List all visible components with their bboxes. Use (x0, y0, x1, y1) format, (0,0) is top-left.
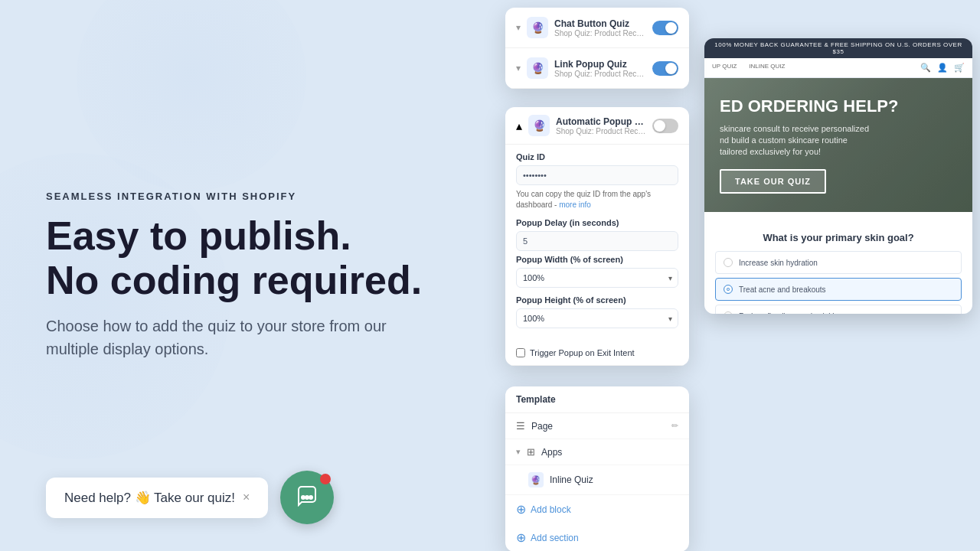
hero-title: ED ORDERING HELP? (720, 96, 898, 116)
page-label: Page (531, 421, 665, 432)
expanded-header: ▴ 🔮 Automatic Popup Quiz Shop Quiz: Prod… (505, 107, 689, 145)
add-block-icon: ⊕ (516, 502, 526, 517)
chat-bubble[interactable]: Need help? 👋 Take our quiz! × (46, 478, 268, 518)
notification-dot (320, 474, 331, 484)
quiz-icon-auto: 🔮 (528, 115, 550, 136)
add-section-icon: ⊕ (516, 530, 526, 545)
answer-option-0[interactable]: Increase skin hydration (715, 251, 962, 274)
quiz-sub-chat: Shop Quiz: Product Recom... (554, 29, 646, 37)
chevron-down-apps: ▾ (516, 447, 521, 457)
quiz-info-auto: Automatic Popup Quiz Shop Quiz: Product … (556, 116, 646, 135)
shopify-preview: 100% MONEY BACK GUARANTEE & FREE SHIPPIN… (704, 38, 972, 314)
trigger-row: Trigger Popup on Exit Intent (505, 344, 689, 366)
chat-icon (296, 484, 318, 512)
popup-delay-label: Popup Delay (in seconds) (516, 218, 678, 227)
template-header: Template (505, 386, 689, 413)
nav-item-inlinequiz[interactable]: INLINE QUIZ (749, 63, 785, 73)
hero-section: ED ORDERING HELP? skincare consult to re… (704, 78, 972, 212)
add-block-item[interactable]: ⊕ Add block (505, 495, 689, 523)
trigger-label: Trigger Popup on Exit Intent (530, 348, 635, 357)
popup-height-label: Popup Height (% of screen) (516, 295, 678, 305)
add-section-label: Add section (531, 533, 579, 543)
answer-option-2[interactable]: Reduce fine lines and wrinkles (715, 305, 962, 314)
quiz-id-section: Quiz ID You can copy the quiz ID from th… (505, 145, 689, 344)
inline-quiz-icon: 🔮 (528, 472, 544, 487)
apps-label: Apps (541, 447, 678, 458)
quiz-expanded-panel: ▴ 🔮 Automatic Popup Quiz Shop Quiz: Prod… (505, 107, 689, 366)
cart-nav-icon[interactable]: 🛒 (954, 63, 965, 73)
add-section-item[interactable]: ⊕ Add section (505, 523, 689, 551)
chevron-up-icon: ▴ (516, 119, 522, 133)
more-info-link[interactable]: more info (559, 201, 591, 209)
pencil-icon[interactable]: ✏ (671, 421, 678, 431)
popup-width-label: Popup Width (% of screen) (516, 255, 678, 264)
quiz-answers-section: What is your primary skin goal? Increase… (704, 212, 972, 314)
popup-delay-input[interactable] (516, 231, 678, 251)
answer-text-1: Treat acne and breakouts (739, 285, 826, 294)
answer-option-1[interactable]: Treat acne and breakouts (715, 278, 962, 301)
popup-height-select-wrapper: 100% 75% 50% (516, 308, 678, 328)
add-block-label: Add block (531, 504, 571, 515)
quiz-item-chat[interactable]: ▾ 🔮 Chat Button Quiz Shop Quiz: Product … (505, 8, 689, 48)
quiz-name-auto: Automatic Popup Quiz (556, 116, 646, 127)
quiz-id-label: Quiz ID (516, 152, 678, 161)
headline-line1: Easy to publish. (46, 214, 475, 258)
toggle-auto[interactable] (652, 119, 678, 133)
quiz-id-hint: You can copy the quiz ID from the app's … (516, 189, 678, 210)
quiz-info-link: Link Popup Quiz Shop Quiz: Product Recom… (554, 59, 646, 78)
radio-2 (724, 311, 733, 314)
popup-height-select[interactable]: 100% 75% 50% (516, 308, 678, 328)
template-page-item[interactable]: ☰ Page ✏ (505, 413, 689, 439)
quiz-icon-link: 🔮 (527, 57, 548, 79)
svg-point-2 (309, 495, 313, 500)
sub-text: Choose how to add the quiz to your store… (46, 315, 429, 360)
quiz-name-chat: Chat Button Quiz (554, 18, 646, 29)
answer-text-0: Increase skin hydration (739, 259, 818, 267)
quiz-icon-chat: 🔮 (527, 17, 548, 38)
user-nav-icon[interactable]: 👤 (937, 63, 948, 73)
popup-width-select[interactable]: 100% 75% 50% (516, 268, 678, 288)
chat-icon-bubble[interactable] (280, 471, 334, 524)
quiz-id-input[interactable] (516, 165, 678, 185)
main-headline: Easy to publish. No coding required. (46, 214, 475, 302)
page-icon: ☰ (516, 420, 525, 432)
quiz-sub-auto: Shop Quiz: Product Recom... (556, 127, 646, 135)
close-icon[interactable]: × (243, 491, 250, 504)
seamless-label: SEAMLESS INTEGRATION WITH SHOPIFY (46, 191, 475, 202)
quiz-top-panel: ▾ 🔮 Chat Button Quiz Shop Quiz: Product … (505, 8, 689, 89)
search-nav-icon[interactable]: 🔍 (920, 63, 931, 73)
hero-content: ED ORDERING HELP? skincare consult to re… (720, 96, 898, 194)
hero-sub: skincare consult to receive personalized… (720, 123, 898, 158)
toggle-link[interactable] (652, 61, 678, 76)
radio-1 (724, 285, 733, 294)
chat-popup: Need help? 👋 Take our quiz! × (46, 471, 334, 524)
apps-item[interactable]: ▾ ⊞ Apps (505, 439, 689, 465)
chat-bubble-text: Need help? 👋 Take our quiz! (64, 490, 235, 506)
template-section-panel: Template ☰ Page ✏ ▾ ⊞ Apps 🔮 Inline Quiz… (505, 386, 689, 551)
quiz-sub-link: Shop Quiz: Product Recom... (554, 70, 646, 78)
nav-icons: 🔍 👤 🛒 (920, 63, 965, 73)
quiz-info-chat: Chat Button Quiz Shop Quiz: Product Reco… (554, 18, 646, 37)
preview-nav: UP QUIZ INLINE QUIZ 🔍 👤 🛒 (704, 58, 972, 78)
trigger-checkbox[interactable] (516, 348, 525, 357)
preview-top-bar: 100% MONEY BACK GUARANTEE & FREE SHIPPIN… (704, 38, 972, 58)
left-section: SEAMLESS INTEGRATION WITH SHOPIFY Easy t… (46, 0, 475, 551)
quiz-item-link[interactable]: ▾ 🔮 Link Popup Quiz Shop Quiz: Product R… (505, 48, 689, 89)
inline-quiz-label: Inline Quiz (550, 474, 666, 485)
radio-0 (724, 258, 733, 267)
chevron-icon: ▾ (516, 22, 521, 33)
nav-item-upquiz[interactable]: UP QUIZ (712, 63, 737, 73)
toggle-chat[interactable] (652, 21, 678, 35)
quiz-question: What is your primary skin goal? (715, 223, 962, 251)
hero-quiz-button[interactable]: TAKE OUR QUIZ (720, 169, 826, 194)
chevron-icon-link: ▾ (516, 63, 521, 73)
popup-width-select-wrapper: 100% 75% 50% (516, 268, 678, 288)
apps-icon: ⊞ (527, 446, 535, 458)
inline-quiz-item[interactable]: 🔮 Inline Quiz (505, 465, 689, 495)
headline-line2: No coding required. (46, 259, 475, 302)
answer-text-2: Reduce fine lines and wrinkles (739, 312, 842, 315)
quiz-name-link: Link Popup Quiz (554, 59, 646, 70)
